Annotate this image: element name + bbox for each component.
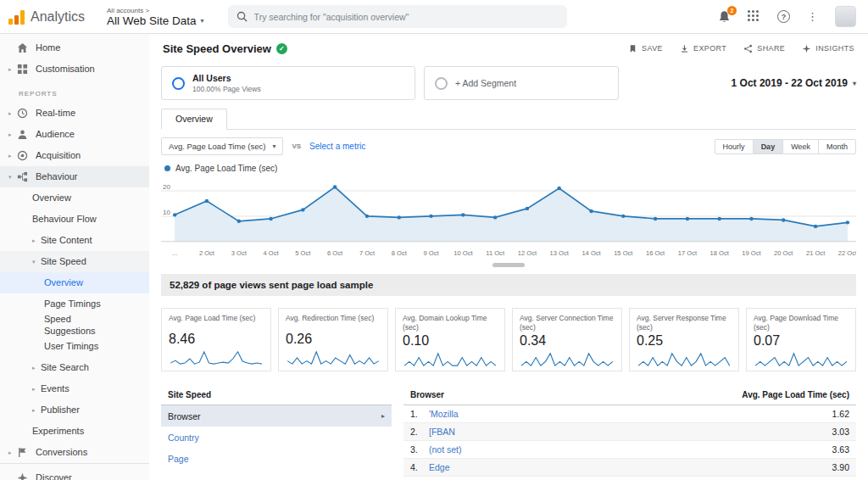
google-apps-button[interactable]	[748, 10, 760, 23]
scorecard-server-response-time[interactable]: Avg. Server Response Time (sec) 0.25	[629, 308, 739, 371]
legend-label: Avg. Page Load Time (sec)	[175, 164, 277, 173]
metric-selector-dropdown[interactable]: Avg. Page Load Time (sec) ▾	[161, 137, 283, 155]
flowchart-icon	[17, 171, 36, 182]
segment-all-users[interactable]: All Users 100.00% Page Views	[161, 66, 415, 100]
svg-text:16 Oct: 16 Oct	[646, 249, 665, 257]
sidebar-item-behaviour-overview[interactable]: Overview	[0, 187, 149, 209]
notification-badge: 2	[727, 6, 737, 15]
scorecard-redirection-time[interactable]: Avg. Redirection Time (sec) 0.26	[278, 308, 388, 371]
dimension-page[interactable]: Page	[161, 448, 392, 469]
granularity-month-button[interactable]: Month	[818, 139, 856, 154]
chevron-down-icon: ▾	[272, 142, 275, 150]
sidebar-item-behaviour-flow[interactable]: Behaviour Flow	[0, 209, 149, 230]
sidebar: Home ▸ Customisation REPORTS ▸ Real-time…	[0, 34, 149, 480]
person-icon	[17, 129, 36, 140]
home-icon	[17, 42, 36, 53]
sidebar-item-site-content[interactable]: ▸ Site Content	[0, 230, 149, 251]
account-switcher[interactable]: All accounts > All Web Site Data ▾	[107, 7, 204, 27]
insights-button[interactable]: INSIGHTS	[802, 44, 854, 53]
expand-icon: ▸	[8, 153, 17, 159]
reports-section-label: REPORTS	[0, 80, 149, 103]
save-button[interactable]: SAVE	[628, 44, 663, 53]
svg-text:9 Oct: 9 Oct	[423, 249, 439, 257]
sidebar-item-site-speed-overview[interactable]: Overview	[0, 272, 149, 293]
sidebar-item-events[interactable]: ▸ Events	[0, 378, 149, 399]
sidebar-item-realtime[interactable]: ▸ Real-time	[0, 103, 149, 124]
avatar[interactable]	[835, 6, 856, 27]
dimension-country[interactable]: Country	[161, 427, 392, 448]
page-header: Site Speed Overview ✓ SAVE EXPORT SHARE	[149, 34, 868, 63]
timeseries-chart[interactable]: 1020...2 Oct3 Oct4 Oct5 Oct6 Oct7 Oct8 O…	[161, 175, 856, 262]
sidebar-item-customisation[interactable]: ▸ Customisation	[0, 59, 149, 80]
page-title: Site Speed Overview ✓	[163, 42, 287, 55]
clock-icon	[17, 108, 36, 119]
accounts-breadcrumb: All accounts >	[107, 7, 204, 14]
granularity-hourly-button[interactable]: Hourly	[715, 139, 754, 154]
browser-link[interactable]: Edge	[429, 462, 832, 472]
browser-link[interactable]: [FBAN	[429, 427, 832, 437]
column-avg-page-load-time[interactable]: Avg. Page Load Time (sec)	[742, 390, 849, 399]
search-input[interactable]	[254, 12, 559, 22]
browser-link[interactable]: 'Mozilla	[429, 409, 832, 419]
scorecard-server-connection-time[interactable]: Avg. Server Connection Time (sec) 0.34	[512, 308, 622, 371]
tab-overview[interactable]: Overview	[161, 109, 227, 130]
svg-text:11 Oct: 11 Oct	[486, 249, 505, 257]
chevron-right-icon: ▸	[381, 412, 385, 420]
browser-link[interactable]: (not set)	[429, 444, 832, 455]
sidebar-item-publisher[interactable]: ▸ Publisher	[0, 399, 149, 421]
chart-controls: Avg. Page Load Time (sec) ▾ VS Select a …	[161, 137, 856, 155]
chart-scrollbar[interactable]	[492, 263, 525, 267]
svg-text:10 Oct: 10 Oct	[453, 249, 473, 257]
sidebar-item-experiments[interactable]: Experiments	[0, 421, 149, 442]
expand-icon: ▸	[32, 386, 41, 393]
granularity-week-button[interactable]: Week	[782, 139, 819, 154]
share-button[interactable]: SHARE	[743, 44, 785, 53]
svg-text:17 Oct: 17 Oct	[678, 249, 698, 257]
sidebar-item-audience[interactable]: ▸ Audience	[0, 124, 149, 145]
search-bar[interactable]	[228, 5, 567, 28]
granularity-day-button[interactable]: Day	[753, 139, 784, 154]
sidebar-item-user-timings[interactable]: User Timings	[0, 336, 149, 357]
sparkline-chart	[754, 350, 849, 368]
sidebar-item-site-search[interactable]: ▸ Site Search	[0, 357, 149, 378]
legend-dot-icon	[164, 165, 170, 171]
sidebar-item-page-timings[interactable]: Page Timings	[0, 293, 149, 315]
sidebar-item-behaviour[interactable]: ▾ Behaviour	[0, 166, 149, 187]
collapse-icon: ▾	[32, 259, 41, 265]
svg-text:20 Oct: 20 Oct	[774, 249, 793, 257]
scorecards-row: Avg. Page Load Time (sec) 8.46 Avg. Redi…	[161, 308, 856, 371]
report-actions: SAVE EXPORT SHARE INSIGHTS	[628, 44, 854, 53]
export-button[interactable]: EXPORT	[680, 44, 726, 53]
notifications-button[interactable]: 2	[718, 10, 731, 23]
sidebar-item-discover[interactable]: Discover	[0, 467, 149, 480]
granularity-switcher: Hourly Day Week Month	[715, 139, 856, 154]
sidebar-item-conversions[interactable]: ▸ Conversions	[0, 442, 149, 463]
scorecard-domain-lookup-time[interactable]: Avg. Domain Lookup Time (sec) 0.10	[395, 308, 505, 371]
insights-icon	[802, 44, 811, 53]
analytics-home-link[interactable]: Analytics	[8, 9, 85, 25]
sidebar-item-site-speed[interactable]: ▾ Site Speed	[0, 251, 149, 272]
scorecard-page-load-time[interactable]: Avg. Page Load Time (sec) 8.46	[161, 308, 271, 371]
svg-text:20: 20	[163, 183, 170, 191]
scorecard-page-download-time[interactable]: Avg. Page Download Time (sec) 0.07	[746, 308, 856, 371]
add-segment-button[interactable]: + Add Segment	[424, 66, 619, 100]
sidebar-item-speed-suggestions[interactable]: Speed Suggestions	[0, 315, 149, 336]
date-range-picker[interactable]: 1 Oct 2019 - 22 Oct 2019 ▾	[732, 77, 856, 89]
segment-radio-icon	[172, 77, 185, 90]
svg-text:5 Oct: 5 Oct	[295, 249, 311, 257]
overflow-menu-button[interactable]: ⋮	[807, 10, 818, 23]
flag-icon	[17, 447, 36, 458]
help-button[interactable]: ?	[777, 10, 790, 23]
dimension-picker: Site Speed Browser ▸ Country Page	[161, 385, 392, 469]
svg-text:...: ...	[172, 249, 177, 257]
sidebar-item-home[interactable]: Home	[0, 37, 149, 59]
dimension-browser[interactable]: Browser ▸	[161, 405, 392, 427]
analytics-logo-icon	[8, 9, 25, 25]
verified-check-icon: ✓	[276, 43, 287, 54]
sidebar-item-acquisition[interactable]: ▸ Acquisition	[0, 145, 149, 166]
download-icon	[680, 44, 689, 53]
column-browser[interactable]: Browser	[410, 390, 444, 399]
select-metric-link[interactable]: Select a metric	[309, 142, 365, 151]
sparkline-chart	[520, 350, 615, 368]
expand-icon: ▸	[32, 365, 41, 371]
